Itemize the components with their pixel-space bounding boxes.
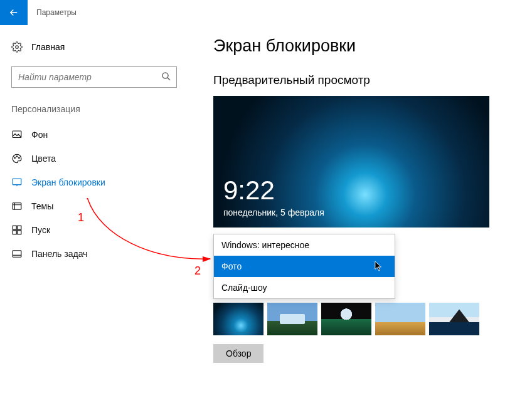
svg-rect-8 <box>13 226 16 229</box>
sidebar-section-label: Персонализация <box>0 102 188 123</box>
thumbnail[interactable] <box>267 303 317 335</box>
sidebar-item-label: Пуск <box>31 225 50 235</box>
preview-time: 9:22 <box>223 177 479 204</box>
svg-rect-11 <box>18 231 21 234</box>
sidebar-item-home[interactable]: Главная <box>0 36 188 58</box>
app-title: Параметры <box>28 8 77 17</box>
title-bar: Параметры <box>0 0 532 25</box>
thumbnail[interactable] <box>321 303 371 335</box>
svg-point-4 <box>16 156 18 157</box>
sidebar-item-colors[interactable]: Цвета <box>0 147 188 170</box>
browse-button[interactable]: Обзор <box>213 344 263 363</box>
background-source-dropdown[interactable]: Windows: интересное Фото Слайд-шоу <box>213 234 395 299</box>
picture-icon <box>11 129 23 140</box>
svg-rect-12 <box>13 251 21 258</box>
sidebar-item-lockscreen[interactable]: Экран блокировки <box>0 170 188 194</box>
gear-icon <box>11 41 23 53</box>
photo-thumbnails <box>213 303 532 335</box>
svg-point-0 <box>16 46 19 49</box>
arrow-left-icon <box>8 7 19 18</box>
sidebar-item-taskbar[interactable]: Панель задач <box>0 242 188 266</box>
svg-rect-7 <box>13 203 21 210</box>
thumbnail[interactable] <box>375 303 425 335</box>
lockscreen-preview: 9:22 понедельник, 5 февраля <box>213 96 489 228</box>
dropdown-option-spotlight[interactable]: Windows: интересное <box>214 234 395 256</box>
sidebar-item-start[interactable]: Пуск <box>0 218 188 242</box>
sidebar-item-label: Фон <box>31 130 48 140</box>
dropdown-option-slideshow[interactable]: Слайд-шоу <box>214 277 395 298</box>
svg-rect-10 <box>13 231 16 234</box>
content-area: Экран блокировки Предварительный просмот… <box>188 25 532 363</box>
svg-rect-9 <box>18 226 21 229</box>
svg-point-1 <box>162 73 168 78</box>
start-icon <box>11 224 23 236</box>
page-title: Экран блокировки <box>213 36 532 56</box>
dropdown-option-photo[interactable]: Фото <box>214 256 395 277</box>
preview-date: понедельник, 5 февраля <box>223 207 479 217</box>
search-wrap <box>11 66 177 88</box>
sidebar-item-background[interactable]: Фон <box>0 123 188 147</box>
thumbnail[interactable] <box>429 303 479 335</box>
search-icon <box>161 71 172 82</box>
back-button[interactable] <box>0 0 28 25</box>
taskbar-icon <box>11 248 23 259</box>
lockscreen-icon <box>11 177 23 188</box>
search-input[interactable] <box>11 66 177 88</box>
sidebar: Главная Персонализация Фон Цвета <box>0 25 188 363</box>
svg-rect-6 <box>13 179 21 185</box>
svg-point-3 <box>14 157 16 159</box>
sidebar-item-themes[interactable]: Темы <box>0 194 188 218</box>
sidebar-item-label: Экран блокировки <box>31 177 105 187</box>
sidebar-item-label: Цвета <box>31 154 56 164</box>
sidebar-item-label: Панель задач <box>31 249 87 259</box>
svg-rect-2 <box>13 131 21 138</box>
sidebar-home-label: Главная <box>31 42 65 52</box>
sidebar-item-label: Темы <box>31 201 53 211</box>
svg-point-5 <box>19 157 20 159</box>
thumbnail[interactable] <box>213 303 263 335</box>
themes-icon <box>11 201 23 212</box>
palette-icon <box>11 153 23 164</box>
preview-label: Предварительный просмотр <box>213 73 532 87</box>
